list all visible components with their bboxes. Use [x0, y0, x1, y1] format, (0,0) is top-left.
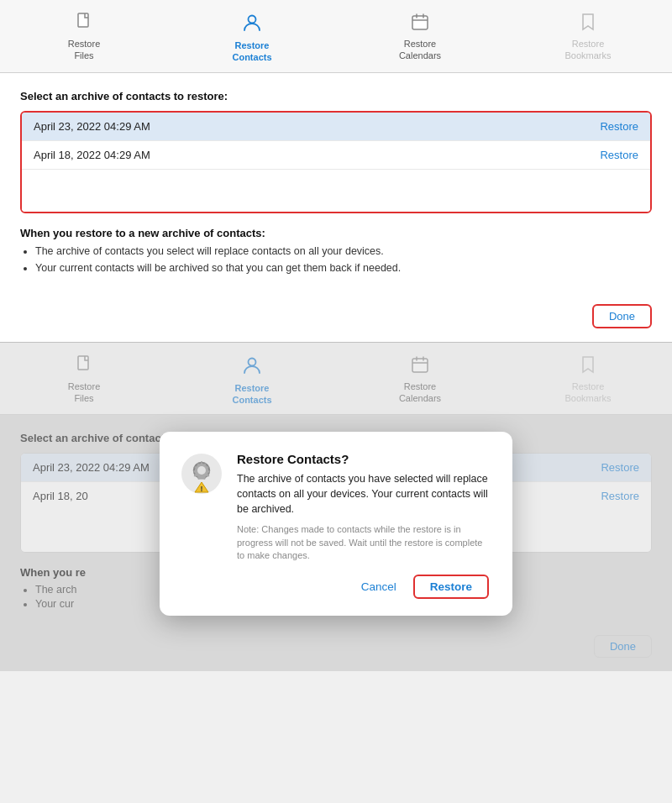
- dialog-header: ! Restore Contacts? The archive of conta…: [180, 452, 489, 563]
- tab-restore-contacts[interactable]: RestoreContacts: [168, 7, 336, 72]
- tab-restore-calendars-label: RestoreCalendars: [399, 38, 441, 62]
- info-title: When you restore to a new archive of con…: [20, 227, 652, 239]
- tab-restore-bookmarks-label: RestoreBookmarks: [564, 38, 611, 62]
- info-item-2: Your current contacts will be archived s…: [35, 261, 652, 276]
- archive-list: April 23, 2022 04:29 AM Restore April 18…: [20, 111, 652, 213]
- svg-point-17: [197, 466, 206, 475]
- dialog-text: The archive of contacts you have selecte…: [237, 471, 489, 517]
- dialog-note: Note: Changes made to contacts while the…: [237, 523, 489, 562]
- panel-footer: Done: [0, 296, 672, 342]
- calendar-icon: [410, 12, 430, 35]
- contacts-icon: [241, 12, 263, 37]
- done-button[interactable]: Done: [592, 304, 652, 328]
- archive-date-1: April 23, 2022 04:29 AM: [34, 120, 150, 133]
- tab-restore-calendars[interactable]: RestoreCalendars: [336, 7, 504, 72]
- tab-restore-files[interactable]: RestoreFiles: [0, 7, 168, 72]
- archive-row-2[interactable]: April 18, 2022 04:29 AM Restore: [22, 141, 650, 170]
- info-item-1: The archive of contacts you select will …: [35, 244, 652, 260]
- dialog-actions: Cancel Restore: [180, 575, 489, 599]
- dialog-title: Restore Contacts?: [237, 452, 489, 466]
- dialog-body: Restore Contacts? The archive of contact…: [237, 452, 489, 563]
- archive-row-1[interactable]: April 23, 2022 04:29 AM Restore: [22, 113, 650, 141]
- dialog-icon: !: [180, 452, 223, 496]
- panel-content: Select an archive of contacts to restore…: [0, 73, 672, 296]
- top-panel: RestoreFiles RestoreContacts RestoreCa: [0, 0, 672, 342]
- svg-point-1: [249, 16, 256, 24]
- dialog-restore-button[interactable]: Restore: [413, 575, 489, 599]
- tab-restore-contacts-label: RestoreContacts: [232, 39, 271, 64]
- tab-restore-files-label: RestoreFiles: [68, 38, 101, 62]
- svg-rect-0: [78, 13, 88, 27]
- info-list: The archive of contacts you select will …: [20, 244, 652, 276]
- archive-empty: [22, 170, 650, 212]
- section-title: Select an archive of contacts to restore…: [20, 90, 652, 102]
- svg-rect-2: [412, 16, 428, 29]
- archive-date-2: April 18, 2022 04:29 AM: [34, 149, 150, 161]
- restore-link-1[interactable]: Restore: [600, 120, 638, 133]
- svg-text:!: !: [201, 485, 203, 493]
- dialog-overlay: ! Restore Contacts? The archive of conta…: [0, 343, 672, 672]
- confirm-dialog: ! Restore Contacts? The archive of conta…: [160, 432, 512, 616]
- file-icon: [74, 12, 94, 35]
- restore-link-2[interactable]: Restore: [600, 149, 638, 161]
- bookmarks-icon: [578, 12, 598, 35]
- bottom-section: RestoreFiles RestoreContacts: [0, 343, 672, 672]
- info-section: When you restore to a new archive of con…: [20, 227, 652, 276]
- tab-bar: RestoreFiles RestoreContacts RestoreCa: [0, 0, 672, 73]
- dialog-cancel-button[interactable]: Cancel: [354, 575, 403, 599]
- tab-restore-bookmarks[interactable]: RestoreBookmarks: [504, 7, 672, 72]
